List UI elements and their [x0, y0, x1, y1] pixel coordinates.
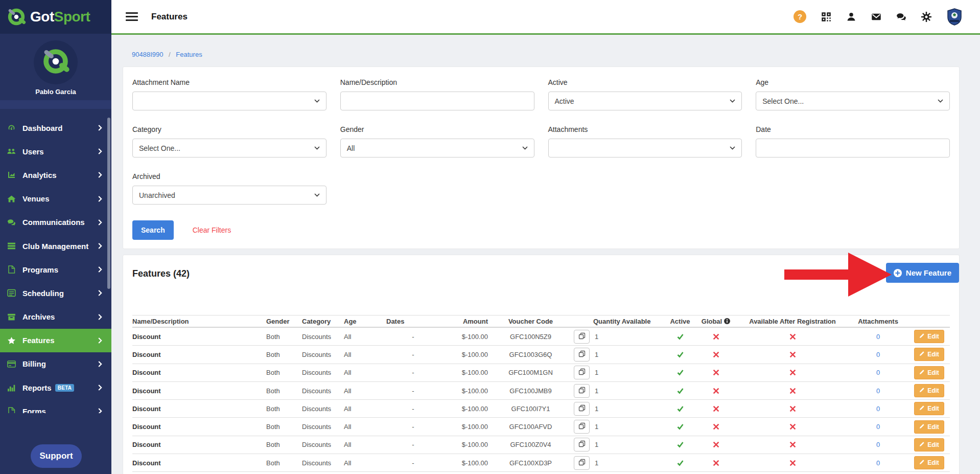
filter-control[interactable]: Select One... [132, 139, 326, 157]
sidebar-item[interactable]: Features [0, 329, 111, 352]
sidebar-item[interactable]: Forms [0, 399, 111, 413]
col-name: Name/Description [132, 318, 266, 325]
cell-active [665, 405, 695, 412]
attachments-link[interactable]: 0 [876, 351, 880, 358]
copy-voucher-button[interactable] [574, 330, 590, 344]
edit-button[interactable]: Edit [914, 402, 944, 415]
gear-icon[interactable] [921, 12, 931, 22]
chevron-down-icon [314, 193, 320, 197]
cell-amount: $-100.00 [440, 351, 491, 358]
col-active: Active [665, 318, 695, 325]
qr-code-icon[interactable] [821, 12, 831, 22]
help-icon[interactable]: ? [794, 10, 806, 23]
edit-button[interactable]: Edit [914, 456, 944, 469]
copy-voucher-button[interactable] [574, 348, 590, 362]
breadcrumb-org-link[interactable]: 90488I990 [132, 51, 163, 58]
attachments-link[interactable]: 0 [876, 387, 880, 395]
sidebar-item[interactable]: Communications [0, 211, 111, 234]
sidebar-item[interactable]: Programs [0, 258, 111, 281]
copy-voucher-button[interactable] [574, 438, 590, 452]
copy-icon [578, 368, 586, 377]
cell-copy [570, 438, 593, 452]
sidebar-item-label: Billing [22, 359, 46, 368]
copy-voucher-button[interactable] [574, 384, 590, 398]
mail-icon[interactable] [871, 12, 881, 22]
cell-category: Discounts [302, 369, 344, 376]
table-row: Discount Both Discounts All - $-100.00 G… [132, 418, 950, 436]
edit-button[interactable]: Edit [914, 330, 944, 343]
sidebar-scrollbar[interactable] [107, 118, 110, 289]
sidebar-item[interactable]: Dashboard [0, 116, 111, 140]
cell-amount: $-100.00 [440, 423, 491, 431]
cell-available-after-registration [736, 460, 849, 466]
support-button[interactable]: Support [31, 444, 82, 468]
sidebar-item[interactable]: Scheduling [0, 281, 111, 305]
attachments-link[interactable]: 0 [876, 369, 880, 376]
chevron-right-icon [98, 337, 102, 344]
filter-label: Active [548, 78, 742, 86]
filter-control[interactable] [132, 92, 326, 110]
filter-field: Gender All [340, 125, 534, 157]
sidebar-item[interactable]: Reports BETA [0, 376, 111, 399]
attachments-link[interactable]: 0 [876, 333, 880, 341]
attachments-link[interactable]: 0 [876, 459, 880, 467]
edit-button[interactable]: Edit [914, 348, 944, 361]
attachments-link[interactable]: 0 [876, 441, 880, 448]
attachments-link[interactable]: 0 [876, 423, 880, 431]
menu-icon[interactable] [126, 12, 138, 21]
sidebar-item[interactable]: Billing [0, 352, 111, 376]
breadcrumb-page-link[interactable]: Features [176, 51, 202, 58]
chat-icon[interactable] [896, 12, 906, 22]
clear-filters-link[interactable]: Clear Filters [193, 226, 231, 234]
cell-gender: Both [266, 333, 302, 341]
cell-global [695, 405, 736, 412]
copy-voucher-button[interactable] [574, 456, 590, 470]
attachments-link[interactable]: 0 [876, 405, 880, 413]
cell-gender: Both [266, 441, 302, 448]
cell-available-after-registration [736, 441, 849, 448]
org-crest-icon[interactable] [946, 8, 963, 26]
edit-button[interactable]: Edit [914, 438, 944, 452]
filter-label: Age [756, 78, 950, 86]
cell-available-after-registration [736, 388, 849, 394]
search-button[interactable]: Search [132, 220, 174, 240]
filter-control[interactable] [548, 139, 742, 157]
filter-control[interactable]: All [340, 139, 534, 157]
cell-amount: $-100.00 [440, 387, 491, 395]
filter-control[interactable] [756, 139, 950, 157]
chevron-down-icon [522, 146, 528, 150]
sidebar-item[interactable]: Analytics [0, 163, 111, 187]
sidebar-item[interactable]: Users [0, 140, 111, 163]
sidebar-item[interactable]: Archives [0, 305, 111, 329]
user-account-icon[interactable] [846, 12, 856, 22]
edit-button[interactable]: Edit [914, 420, 944, 434]
chevron-right-icon [98, 385, 102, 391]
sidebar-item[interactable]: Venues [0, 187, 111, 211]
cell-attachments: 0 [849, 387, 907, 395]
filter-value: Select One... [762, 97, 804, 105]
table-row: Discount Both Discounts All - $-100.00 1… [132, 472, 950, 474]
filter-label: Category [132, 125, 326, 133]
copy-voucher-button[interactable] [574, 366, 590, 379]
edit-button[interactable]: Edit [914, 366, 944, 379]
table-row: Discount Both Discounts All - $-100.00 G… [132, 328, 950, 346]
filter-control[interactable]: Select One... [756, 92, 950, 110]
sidebar-item[interactable]: Club Management [0, 234, 111, 258]
cell-age: All [344, 441, 386, 448]
chevron-right-icon [98, 196, 102, 202]
filter-control[interactable]: Active [548, 92, 742, 110]
copy-voucher-button[interactable] [574, 402, 590, 416]
cell-dates: - [386, 441, 440, 448]
cell-gender: Both [266, 387, 302, 395]
filter-control[interactable]: Unarchived [132, 186, 326, 205]
copy-voucher-button[interactable] [574, 420, 590, 434]
table-row: Discount Both Discounts All - $-100.00 G… [132, 346, 950, 364]
edit-button[interactable]: Edit [914, 384, 944, 397]
info-icon[interactable] [724, 318, 730, 324]
filter-control[interactable] [340, 92, 534, 110]
cell-gender: Both [266, 423, 302, 431]
new-feature-button[interactable]: New Feature [886, 263, 959, 283]
gotsport-logo[interactable]: GotSport [0, 0, 111, 34]
cell-category: Discounts [302, 351, 344, 358]
avatar[interactable] [34, 40, 78, 84]
